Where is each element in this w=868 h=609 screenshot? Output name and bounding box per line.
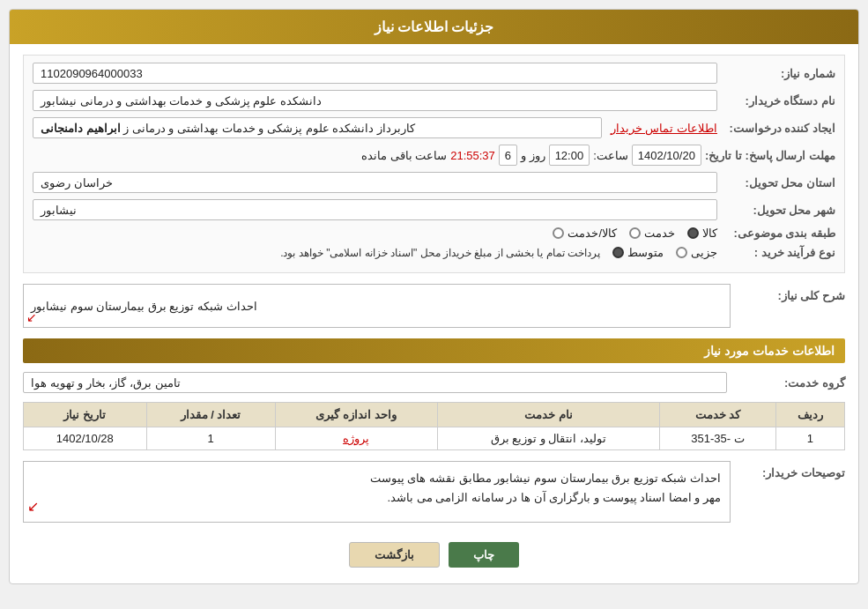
main-card: جزئیات اطلاعات نیاز شماره نیاز: 11020909… [9, 9, 859, 584]
tosaif-corner-icon: ↙ [27, 494, 39, 518]
shomara-label: شماره نیاز: [721, 67, 835, 80]
mohlat-time-label: ساعت: [593, 149, 628, 162]
mohlat-time-box: 12:00 [549, 145, 590, 166]
shahr-label: شهر محل تحویل: [721, 204, 835, 217]
farayand-motawaset-label: متوسط [627, 246, 664, 259]
khadamat-table: ردیف کد خدمت نام خدمت واحد اندازه گیری ت… [23, 402, 845, 450]
tabaqe-kala-khadamat-label: کالا/خدمت [568, 227, 617, 240]
row-grooh: گروه خدمت: تامین برق، گاز، بخار و تهویه … [23, 372, 845, 393]
col-tedad: تعداد / مقدار [146, 403, 275, 427]
shomara-value: 1102090964000033 [33, 63, 717, 84]
sharh-text: احداث شبکه توزیع برق بیمارستان سوم نیشاب… [23, 284, 731, 328]
tosaif-row: توصیحات خریدار: احداث شبکه توزیع برق بیم… [23, 461, 845, 523]
tabaqe-kala-khadamat-radio[interactable] [553, 227, 564, 239]
nam-dastgah-value: دانشکده علوم پزشکی و خدمات بهداشتی و درم… [33, 90, 717, 111]
col-radif: ردیف [775, 403, 844, 427]
back-button[interactable]: بازگشت [349, 542, 440, 568]
ijad-label: ایجاد کننده درخواست: [721, 122, 835, 135]
farayand-motawaset-radio[interactable] [612, 247, 624, 258]
khadamat-section-title: اطلاعات خدمات مورد نیاز [23, 338, 845, 363]
tosaif-line: مهر و امضا اسناد پیوست و بارگزاری آن ها … [33, 488, 721, 508]
row-tabaqe: طبقه بندی موضوعی: کالا/خدمت خدمت کالا [33, 227, 835, 240]
card-header: جزئیات اطلاعات نیاز [10, 10, 858, 44]
print-button[interactable]: چاپ [449, 542, 519, 568]
tabaqe-kala-radio[interactable] [687, 227, 699, 239]
farayand-note: پرداخت تمام یا بخشی از مبلغ خریداز محل "… [280, 247, 600, 259]
col-name: نام خدمت [437, 403, 659, 427]
tosaif-label: توصیحات خریدار: [731, 461, 845, 479]
mohlat-saat-mande-label: ساعت باقی مانده [361, 149, 447, 162]
tabaqe-khadamat-label: خدمت [644, 227, 675, 240]
grooh-label: گروه خدمت: [731, 376, 845, 390]
cell-tedad: 1 [146, 427, 275, 450]
mohlat-saat-mande-value: 21:55:37 [450, 149, 495, 162]
nooe-farayand-label: نوع فرآیند خرید : [721, 246, 835, 259]
row-nooe-farayand: نوع فرآیند خرید : متوسط جزیی پرداخت تمام… [33, 246, 835, 259]
mohlat-date-box: 1402/10/20 [632, 145, 701, 166]
ijad-value: کاربرداز دانشکده علوم پزشکی و خدمات بهدا… [33, 117, 602, 138]
sharh-row: شرح کلی نیاز: احداث شبکه توزیع برق بیمار… [23, 284, 845, 328]
tabaqe-kala-label: کالا [702, 227, 717, 240]
row-shahr: شهر محل تحویل: نیشابور [33, 199, 835, 220]
shahr-value: نیشابور [33, 199, 717, 220]
col-vahed: واحد اندازه گیری [275, 403, 437, 427]
farayand-jozi: جزیی [676, 246, 717, 259]
cell-kod: ت -35-351 [660, 427, 776, 450]
tabaqe-label: طبقه بندی موضوعی: [721, 227, 835, 240]
page-wrapper: جزئیات اطلاعات نیاز شماره نیاز: 11020909… [0, 0, 868, 609]
row-ijad: ایجاد کننده درخواست: اطلاعات تماس خریدار… [33, 117, 835, 138]
cell-radif: 1 [775, 427, 844, 450]
etelaat-tamas-link[interactable]: اطلاعات تماس خریدار [611, 122, 717, 135]
cell-name: تولید، انتقال و توزیع برق [437, 427, 659, 450]
col-kod: کد خدمت [660, 403, 776, 427]
cell-tarikh: 1402/10/28 [24, 427, 147, 450]
mohlat-roz-label: روز و [521, 149, 545, 162]
col-tarikh: تاریخ نیاز [24, 403, 147, 427]
tabaqe-radio-group: کالا/خدمت خدمت کالا [553, 227, 717, 240]
mohlat-label: مهلت ارسال پاسخ: تا تاریخ: [705, 149, 835, 162]
cell-vahed: پروژه [275, 427, 437, 450]
table-row: 1 ت -35-351 تولید، انتقال و توزیع برق پر… [24, 427, 845, 450]
nooe-farayand-radio-group: متوسط جزیی [612, 246, 717, 259]
tabaqe-khadamat: خدمت [629, 227, 675, 240]
farayand-jozi-radio[interactable] [676, 247, 687, 258]
row-nam-dastgah: نام دستگاه خریدار: دانشکده علوم پزشکی و … [33, 90, 835, 111]
farayand-motawaset: متوسط [612, 246, 664, 259]
nam-dastgah-label: نام دستگاه خریدار: [721, 94, 835, 108]
ostan-label: استان محل تحویل: [721, 176, 835, 189]
info-section: شماره نیاز: 1102090964000033 نام دستگاه … [23, 55, 845, 273]
tosaif-text: احداث شبکه توزیع برق بیمارستان سوم نیشاب… [23, 461, 731, 523]
row-mohlat: مهلت ارسال پاسخ: تا تاریخ: 1402/10/20 سا… [33, 145, 835, 166]
mohlat-roz-box: 6 [499, 145, 517, 166]
farayand-jozi-label: جزیی [691, 246, 717, 259]
grooh-value: تامین برق، گاز، بخار و تهویه هوا [23, 372, 727, 393]
tosaif-wrapper: احداث شبکه توزیع برق بیمارستان سوم نیشاب… [23, 461, 731, 523]
button-row: چاپ بازگشت [23, 533, 845, 573]
tabaqe-kala: کالا [687, 227, 717, 240]
tosaif-line: احداث شبکه توزیع برق بیمارستان سوم نیشاب… [33, 469, 721, 488]
tabaqe-khadamat-radio[interactable] [629, 227, 641, 239]
sharh-wrapper: احداث شبکه توزیع برق بیمارستان سوم نیشاب… [23, 284, 731, 328]
row-shomara: شماره نیاز: 1102090964000033 [33, 63, 835, 84]
card-body: شماره نیاز: 1102090964000033 نام دستگاه … [10, 44, 858, 583]
ostan-value: خراسان رضوی [33, 172, 717, 193]
row-ostan: استان محل تحویل: خراسان رضوی [33, 172, 835, 193]
tabaqe-kala-khadamat: کالا/خدمت [553, 227, 617, 240]
page-title: جزئیات اطلاعات نیاز [375, 19, 494, 34]
sharh-label: شرح کلی نیاز: [731, 284, 845, 302]
